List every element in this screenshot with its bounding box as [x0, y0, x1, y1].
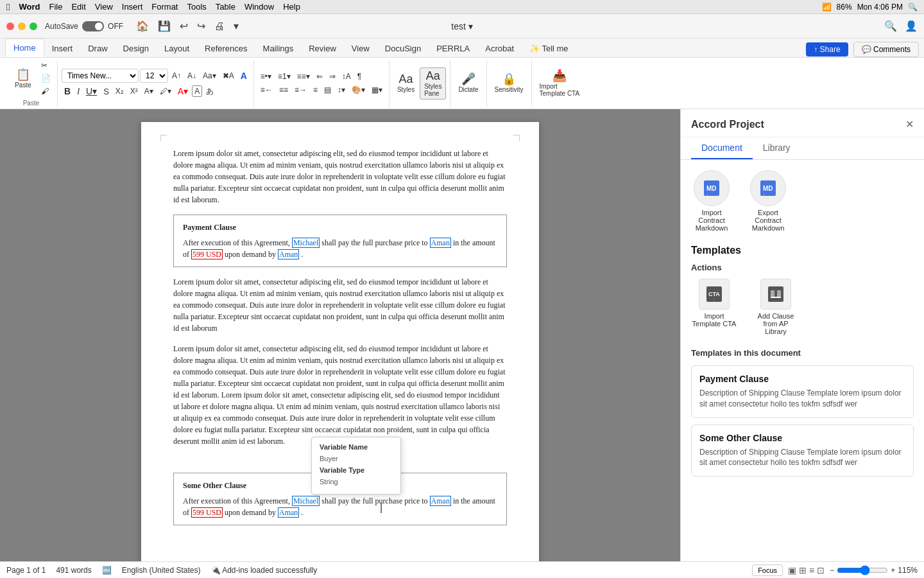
font-name-select[interactable]: Times New...	[62, 69, 139, 83]
decrease-indent-button[interactable]: ⇐	[314, 71, 325, 82]
lorem-text-3[interactable]: Lorem ipsum dolor sit amet, consectetur …	[173, 343, 507, 447]
cut-button[interactable]: ✂	[38, 60, 53, 71]
menu-format[interactable]: Format	[151, 2, 178, 12]
other-var-aman-2[interactable]: Aman	[278, 507, 299, 518]
styles-button[interactable]: Aa Styles	[393, 71, 418, 95]
other-var-usd[interactable]: 599 USD	[191, 507, 223, 518]
tab-tell-me[interactable]: ✨ Tell me	[522, 40, 576, 57]
bullets-button[interactable]: ≡•▾	[258, 71, 274, 82]
tab-mailings[interactable]: Mailings	[255, 40, 302, 57]
close-window-button[interactable]	[6, 22, 14, 30]
payment-var-aman-2[interactable]: Aman	[278, 249, 299, 259]
panel-tab-document[interactable]: Document	[691, 137, 753, 159]
align-right-button[interactable]: ≡→	[292, 84, 309, 96]
tab-insert[interactable]: Insert	[44, 40, 81, 57]
tab-home[interactable]: Home	[5, 39, 44, 57]
numbering-button[interactable]: ≡1▾	[275, 71, 293, 82]
share-button[interactable]: ↑ Share	[806, 42, 848, 57]
panel-close-button[interactable]: ✕	[905, 118, 914, 130]
home-icon[interactable]: 🏠	[133, 19, 151, 33]
menu-view[interactable]: View	[95, 2, 113, 12]
font-size-select[interactable]: 12	[140, 69, 168, 83]
undo-icon[interactable]: ↩	[177, 19, 191, 33]
change-case-button[interactable]: Aa▾	[200, 70, 219, 82]
print-view-icon[interactable]: ▣	[788, 565, 796, 575]
strikethrough-button[interactable]: S	[101, 85, 112, 98]
menu-table[interactable]: Table	[216, 2, 235, 12]
import-template-cta-button[interactable]: 📥 ImportTemplate CTA	[536, 68, 584, 99]
spell-check-icon[interactable]: 🔤	[102, 566, 112, 575]
increase-font-button[interactable]: A↑	[169, 70, 184, 82]
copy-button[interactable]: 📄	[38, 73, 53, 84]
menu-insert[interactable]: Insert	[122, 2, 143, 12]
focus-button[interactable]: Focus	[752, 565, 783, 576]
dictate-button[interactable]: 🎤 Dictate	[454, 71, 482, 95]
import-template-cta-action[interactable]: CTA ↓ Import Template CTA	[691, 279, 737, 335]
styles-pane-button[interactable]: Aa StylesPane	[420, 67, 446, 100]
tab-design[interactable]: Design	[116, 40, 157, 57]
lorem-text-2[interactable]: Lorem ipsum dolor sit amet, consectetur …	[173, 276, 507, 334]
line-spacing-button[interactable]: ↕▾	[335, 84, 348, 96]
focus-view-icon[interactable]: ⊡	[817, 565, 825, 575]
customize-icon[interactable]: ▾	[231, 19, 241, 33]
justify-button[interactable]: ≡	[311, 84, 320, 96]
highlight-button[interactable]: 🖊▾	[157, 85, 174, 97]
autosave-toggle[interactable]	[82, 21, 104, 31]
char-border-button[interactable]: A	[192, 85, 202, 97]
tab-draw[interactable]: Draw	[80, 40, 115, 57]
superscript-button[interactable]: X²	[128, 85, 141, 97]
underline-button[interactable]: U▾	[83, 85, 99, 98]
font-color-button[interactable]: A▾	[142, 85, 156, 97]
decrease-font-button[interactable]: A↓	[185, 70, 199, 82]
tab-acrobat[interactable]: Acrobat	[477, 40, 522, 57]
menu-file[interactable]: File	[49, 2, 62, 12]
italic-button[interactable]: I	[74, 85, 82, 98]
format-painter-button[interactable]: 🖌	[38, 85, 53, 97]
add-clause-action[interactable]: Add Clause from AP Library	[753, 279, 799, 335]
panel-tab-library[interactable]: Library	[753, 137, 801, 159]
lorem-text-1[interactable]: Lorem ipsum dolor sit amet, consectetur …	[173, 148, 507, 206]
print-icon[interactable]: 🖨	[212, 19, 227, 33]
menu-tools[interactable]: Tools	[187, 2, 206, 12]
subscript-button[interactable]: X₂	[113, 85, 126, 97]
comments-button[interactable]: 💬 Comments	[853, 42, 919, 57]
zoom-slider[interactable]	[837, 565, 888, 575]
menu-edit[interactable]: Edit	[71, 2, 85, 12]
search-title-icon[interactable]: 🔍	[884, 20, 897, 32]
tab-view[interactable]: View	[344, 40, 377, 57]
borders-button[interactable]: ▦▾	[369, 84, 385, 96]
sensitivity-button[interactable]: 🔒 Sensitivity	[491, 71, 527, 95]
payment-var-usd[interactable]: 599 USD	[191, 249, 223, 259]
sort-button[interactable]: ↕A	[339, 71, 354, 82]
person-icon[interactable]: 👤	[905, 20, 918, 32]
menu-help[interactable]: Help	[283, 2, 300, 12]
menu-window[interactable]: Window	[244, 2, 274, 12]
tab-references[interactable]: References	[197, 40, 255, 57]
other-var-aman-1[interactable]: Aman	[430, 496, 451, 506]
import-contract-item[interactable]: MD ↓ Import Contract Markdown	[691, 170, 732, 232]
align-center-button[interactable]: ≡≡	[277, 84, 291, 96]
minimize-window-button[interactable]	[18, 22, 26, 30]
increase-indent-button[interactable]: ⇒	[327, 71, 338, 82]
shading-para-button[interactable]: 🎨▾	[349, 84, 368, 96]
show-marks-button[interactable]: ¶	[355, 71, 364, 82]
redo-icon[interactable]: ↪	[194, 19, 208, 33]
zoom-in-button[interactable]: +	[891, 566, 895, 575]
web-view-icon[interactable]: ⊞	[799, 565, 807, 575]
search-icon[interactable]: 🔍	[908, 3, 918, 12]
bold-button[interactable]: B	[62, 85, 73, 98]
maximize-window-button[interactable]	[30, 22, 37, 30]
multilevel-button[interactable]: ≡≡▾	[295, 71, 312, 82]
tab-perrla[interactable]: PERRLA	[429, 40, 477, 57]
tab-docusign[interactable]: DocuSign	[377, 40, 429, 57]
payment-var-aman-1[interactable]: Aman	[430, 238, 451, 248]
phonetic-button[interactable]: あ	[203, 85, 216, 98]
apple-logo[interactable]: 	[6, 1, 10, 12]
align-left-button[interactable]: ≡←	[258, 84, 275, 96]
other-var-michael[interactable]: Michael	[292, 496, 320, 506]
tab-layout[interactable]: Layout	[157, 40, 197, 57]
paste-button[interactable]: 📋 Paste	[9, 67, 37, 91]
tab-review[interactable]: Review	[301, 40, 344, 57]
columns-button[interactable]: ▤	[321, 84, 334, 96]
payment-var-michael[interactable]: Michael	[292, 238, 320, 248]
